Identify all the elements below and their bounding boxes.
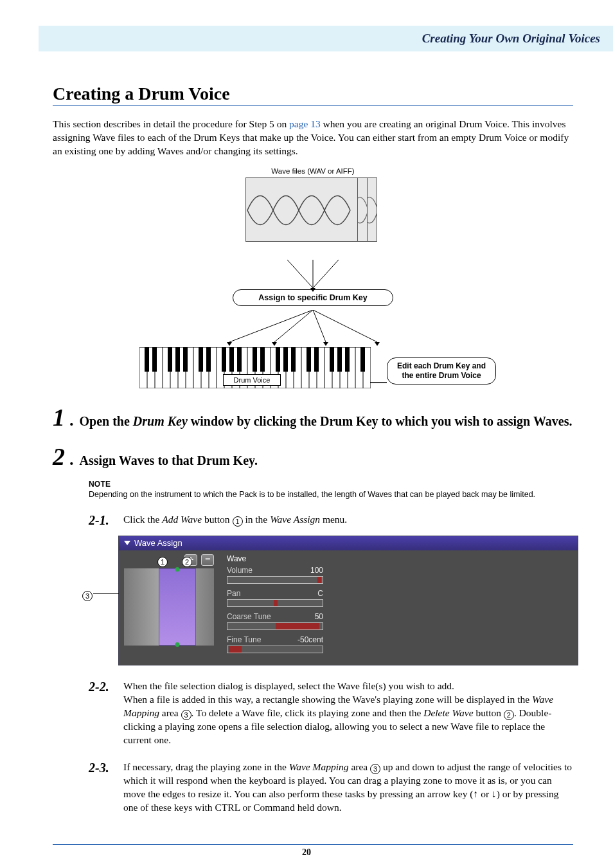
substep-body: If necessary, drag the playing zone in t… [123, 761, 573, 815]
fine-tune-slider[interactable] [227, 646, 323, 653]
drum-voice-box: Drum Voice [223, 374, 281, 386]
svg-rect-56 [291, 347, 296, 372]
callout-1: 1 [233, 516, 243, 527]
down-lines-top [242, 260, 384, 289]
callout-3: 3 [82, 591, 93, 601]
step-title: Assign Waves to that Drum Key. [80, 452, 258, 469]
playing-zone[interactable] [159, 568, 196, 646]
svg-marker-8 [227, 342, 232, 346]
svg-rect-43 [152, 347, 157, 372]
param-pan-value: C [317, 589, 323, 598]
callout-2: 2 [504, 710, 514, 720]
step-dot: . [70, 450, 75, 469]
wave-mapping-area: 1 2 [119, 550, 219, 665]
edit-line2: the entire Drum Voice [402, 371, 481, 380]
svg-rect-58 [314, 347, 319, 372]
callout-3: 3 [370, 764, 380, 774]
svg-rect-52 [253, 347, 257, 372]
svg-rect-53 [260, 347, 265, 372]
coarse-tune-slider[interactable] [227, 622, 323, 630]
edit-bubble: Edit each Drum Key and the entire Drum V… [387, 357, 496, 384]
svg-line-6 [313, 310, 326, 342]
wave-assign-titlebar[interactable]: Wave Assign [119, 536, 578, 550]
svg-line-2 [313, 260, 339, 288]
zone-handle-top[interactable] [175, 567, 180, 572]
step-number: 1 [53, 405, 65, 429]
overlay-callouts: 1 2 [157, 554, 192, 567]
param-pan-label: Pan [227, 589, 240, 598]
note-block: NOTE Depending on the instrument to whic… [89, 480, 573, 499]
t: menu. [320, 514, 347, 525]
svg-line-0 [287, 260, 313, 288]
connector-line [370, 374, 387, 375]
delete-wave-button[interactable] [201, 554, 214, 566]
callout-3: 3 [181, 710, 191, 720]
substep-number: 2-3. [89, 761, 116, 815]
svg-marker-11 [375, 342, 380, 346]
pan-slider[interactable] [227, 599, 323, 607]
t: in the [243, 514, 271, 525]
step-title-post: window by clicking the Drum Key to which… [188, 414, 573, 428]
param-volume-value: 100 [310, 566, 323, 575]
substep-body: Click the Add Wave button 1 in the Wave … [123, 513, 573, 528]
callout-3-outer: 3 [82, 588, 93, 601]
t: area [159, 707, 181, 718]
wave-mapping-graph[interactable] [124, 568, 214, 646]
param-coarse-value: 50 [315, 612, 323, 621]
svg-rect-45 [175, 347, 180, 372]
page-content: Creating a Drum Voice This section descr… [53, 84, 573, 815]
t: When a file is added in this way, a rect… [123, 694, 532, 705]
t: button [474, 707, 504, 718]
t-em: Add Wave [162, 514, 202, 525]
svg-rect-47 [199, 347, 203, 372]
page-title: Creating a Drum Voice [53, 84, 573, 104]
param-coarse-label: Coarse Tune [227, 612, 271, 621]
svg-rect-62 [360, 347, 365, 372]
t: Click the [123, 514, 162, 525]
header-band: Creating Your Own Original Voices [39, 26, 613, 51]
disclosure-triangle-icon[interactable] [124, 541, 130, 545]
param-volume-label: Volume [227, 566, 253, 575]
note-text: Depending on the instrument to which the… [89, 490, 573, 499]
svg-rect-46 [183, 347, 188, 372]
substep-number: 2-2. [89, 680, 116, 747]
intro-paragraph: This section describes in detail the pro… [53, 118, 573, 158]
t-em: Wave Assign [270, 514, 320, 525]
step-number: 2 [53, 444, 65, 469]
svg-rect-44 [168, 347, 172, 372]
svg-line-5 [274, 310, 313, 342]
wave-assign-panel: Wave Assign 1 2 [118, 536, 578, 665]
wave-caption: Wave files (WAV or AIFF) [139, 167, 486, 175]
t: . To delete a Wave file, click its playi… [191, 707, 424, 718]
keyboard-row: Drum Voice Edit each Drum Key and the en… [139, 347, 486, 390]
svg-rect-57 [306, 347, 311, 372]
substep-2-1: 2-1. Click the Add Wave button 1 in the … [89, 513, 573, 528]
svg-rect-60 [337, 347, 342, 372]
svg-rect-59 [330, 347, 334, 372]
svg-rect-54 [276, 347, 280, 372]
param-fine-value: -50cent [298, 635, 323, 644]
assignment-diagram: Wave files (WAV or AIFF) Assign to speci… [139, 167, 486, 390]
svg-marker-10 [323, 342, 328, 346]
callout-2: 2 [182, 557, 192, 567]
page-link[interactable]: page 13 [289, 118, 321, 129]
note-label: NOTE [89, 480, 573, 489]
step-dot: . [70, 411, 75, 430]
zone-handle-bottom[interactable] [175, 642, 180, 647]
substep-body: When the file selection dialog is displa… [123, 680, 573, 747]
step-1: 1. Open the Drum Key window by clicking … [53, 405, 573, 430]
callout-3-line [93, 593, 119, 594]
svg-rect-55 [283, 347, 288, 372]
step-title-pre: Open the [80, 414, 133, 428]
down-lines-bottom [178, 310, 448, 347]
step-2: 2. Assign Waves to that Drum Key. [53, 444, 573, 469]
wave-assign-title: Wave Assign [134, 538, 182, 548]
callout-1: 1 [157, 557, 168, 567]
volume-slider[interactable] [227, 576, 323, 584]
t-em: Delete Wave [423, 707, 473, 718]
step-title-em: Drum Key [133, 414, 188, 428]
wave-card [245, 177, 358, 242]
page-number: 20 [0, 847, 613, 858]
step-title: Open the Drum Key window by clicking the… [80, 413, 573, 430]
edit-line1: Edit each Drum Key and [397, 361, 486, 370]
